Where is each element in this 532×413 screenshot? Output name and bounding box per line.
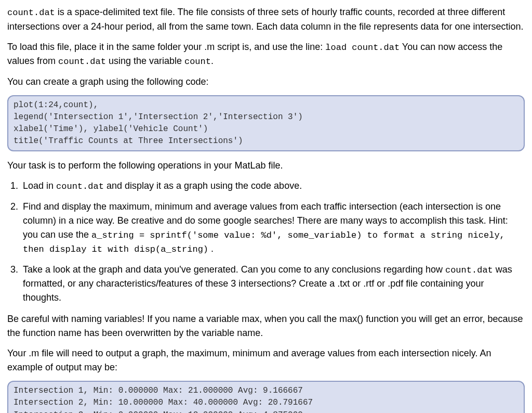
code-block-output: Intersection 1, Min: 0.000000 Max: 21.00… (7, 381, 525, 413)
text: . (208, 243, 214, 254)
code-inline: a_string = sprintf('some value: %d', som… (23, 230, 505, 255)
paragraph-load: To load this file, place it in the same … (7, 40, 525, 69)
paragraph-intro: count.dat is a space-delimited text file… (7, 5, 525, 34)
variable-name: count (184, 57, 211, 67)
filename: count.dat (58, 57, 106, 67)
text: using the variable (106, 56, 184, 66)
text: and display it as a graph using the code… (104, 180, 302, 191)
code-block-plot: plot(1:24,count), legend('Intersection 1… (7, 95, 525, 152)
text: To load this file, place it in the same … (7, 42, 325, 52)
task-item-2: Find and display the maximum, minimum an… (21, 200, 525, 256)
filename: count.dat (445, 265, 493, 275)
text: is a space-delimited text file. The file… (7, 7, 524, 32)
filename: count.dat (7, 8, 55, 18)
load-command: load count.dat (325, 43, 400, 53)
paragraph-outro: Your .m file will need to output a graph… (7, 346, 525, 375)
task-item-3: Take a look at the graph and data you've… (21, 263, 525, 305)
text: Load in (23, 180, 56, 191)
filename: count.dat (56, 182, 104, 191)
task-list: Load in count.dat and display it as a gr… (21, 179, 525, 305)
text: . (211, 56, 214, 66)
paragraph-graph-intro: You can create a graph using the followi… (7, 75, 525, 89)
paragraph-warning: Be careful with naming variables! If you… (7, 312, 525, 340)
task-item-1: Load in count.dat and display it as a gr… (21, 179, 525, 193)
task-intro: Your task is to perform the following op… (7, 159, 525, 173)
text: Take a look at the graph and data you've… (23, 264, 445, 275)
